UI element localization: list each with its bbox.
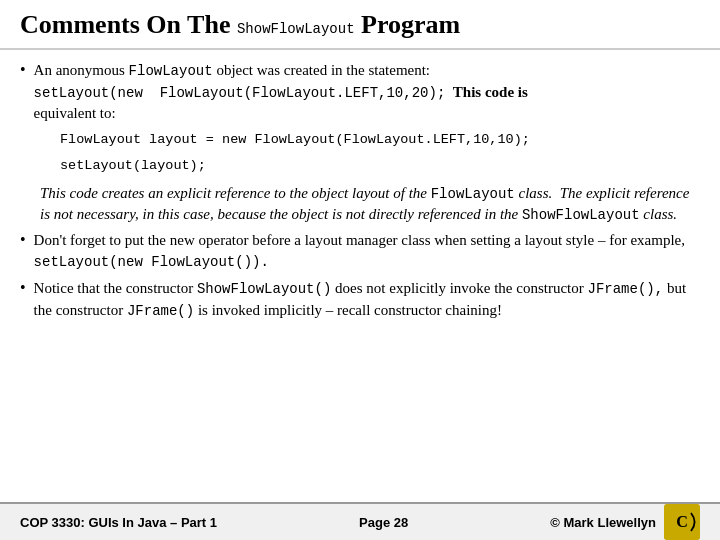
flowlayout-ref: FlowLayout xyxy=(129,63,213,79)
page-title: Comments On The ShowFlowLayout Program xyxy=(20,10,700,40)
italic-text: This code creates an explicit reference … xyxy=(40,183,700,226)
this-code-is: This code is xyxy=(453,84,528,100)
bullet-content-1: An anonymous FlowLayout object was creat… xyxy=(34,60,700,124)
bullet-content-3: Notice that the constructor ShowFlowLayo… xyxy=(34,278,700,321)
code-block-2: setLayout(layout); xyxy=(60,156,700,176)
footer-page: Page 28 xyxy=(359,515,408,530)
bullet-item-1: • An anonymous FlowLayout object was cre… xyxy=(20,60,700,124)
setlayout-code: setLayout(new FlowLayout(FlowLayout.LEFT… xyxy=(34,85,446,101)
flowlayout-class: FlowLayout xyxy=(431,186,515,202)
title-end: Program xyxy=(355,10,461,39)
page: Comments On The ShowFlowLayout Program •… xyxy=(0,0,720,540)
italic-description: This code creates an explicit reference … xyxy=(40,183,700,226)
title-plain: Comments On The xyxy=(20,10,237,39)
title-mono: ShowFlowLayout xyxy=(237,21,355,37)
header: Comments On The ShowFlowLayout Program xyxy=(0,0,720,50)
bullet1-text: An anonymous FlowLayout object was creat… xyxy=(34,60,700,124)
italic-end: class. xyxy=(640,206,678,222)
bullet-item-3: • Notice that the constructor ShowFlowLa… xyxy=(20,278,700,321)
showflowlayout-constructor: ShowFlowLayout() xyxy=(197,281,331,297)
bullet-marker-2: • xyxy=(20,231,26,249)
italic-intro: This code creates an explicit reference … xyxy=(40,185,431,201)
footer: COP 3330: GUIs In Java – Part 1 Page 28 … xyxy=(0,502,720,540)
bullet3-text: Notice that the constructor ShowFlowLayo… xyxy=(34,278,700,321)
footer-course: COP 3330: GUIs In Java – Part 1 xyxy=(20,515,217,530)
code-line-1: FlowLayout layout = new FlowLayout(FlowL… xyxy=(60,132,530,147)
svg-text:C: C xyxy=(676,513,688,531)
bullet-item-2: • Don't forget to put the new operator b… xyxy=(20,230,700,273)
code-block-1: FlowLayout layout = new FlowLayout(FlowL… xyxy=(60,130,700,150)
footer-logo-icon: C xyxy=(664,504,700,540)
showflowlayout-class: ShowFlowLayout xyxy=(522,207,640,223)
bullet2-text: Don't forget to put the new operator bef… xyxy=(34,230,700,273)
bullet-marker-3: • xyxy=(20,279,26,297)
main-content: • An anonymous FlowLayout object was cre… xyxy=(0,50,720,502)
code-line-2: setLayout(layout); xyxy=(60,158,206,173)
footer-right-area: © Mark Llewellyn C xyxy=(550,504,700,540)
bullet-content-2: Don't forget to put the new operator bef… xyxy=(34,230,700,273)
setlayout-new-code: setLayout(new FlowLayout()). xyxy=(34,254,269,270)
footer-copyright: © Mark Llewellyn xyxy=(550,515,656,530)
jframe-constructor2: JFrame() xyxy=(127,303,194,319)
bullet-marker-1: • xyxy=(20,61,26,79)
jframe-constructor1: JFrame(), xyxy=(588,281,664,297)
